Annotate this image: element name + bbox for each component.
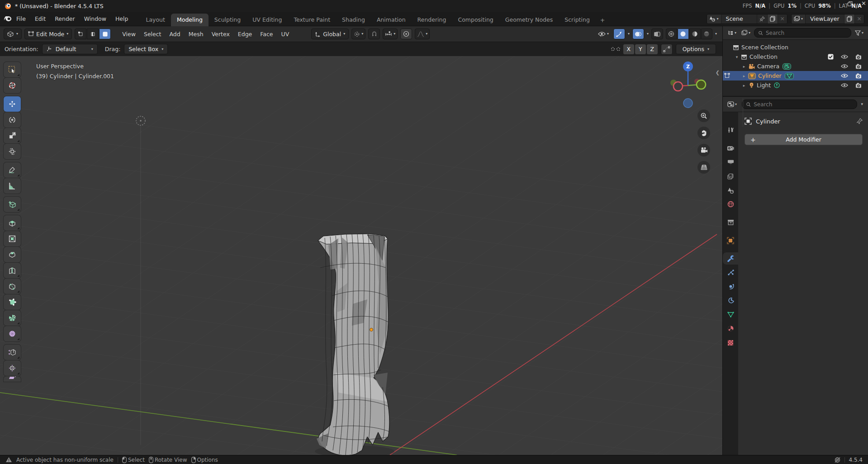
camera-render-camera-icon[interactable] (855, 64, 862, 69)
camera-hide-eye-icon[interactable] (841, 64, 848, 69)
tab-layout[interactable]: Layout (140, 14, 171, 26)
drag-dropdown[interactable]: Select Box ▾ (124, 44, 168, 54)
sidebar-collapse-arrow[interactable]: ❮ (716, 70, 720, 76)
light-object[interactable] (136, 116, 145, 445)
gizmo-x-pos[interactable] (674, 82, 683, 91)
tab-modeling[interactable]: Modeling (171, 14, 209, 26)
loop-cut-tool[interactable] (4, 263, 21, 278)
tab-physics[interactable] (723, 280, 738, 293)
shading-material-button[interactable] (689, 28, 701, 39)
menu-file[interactable]: File (12, 14, 30, 24)
scale-tool[interactable] (4, 128, 21, 143)
outliner-row-camera[interactable]: ▸ Camera (723, 62, 868, 71)
editor-type-button[interactable]: ▾ (4, 28, 22, 39)
tab-compositing[interactable]: Compositing (452, 14, 499, 26)
tab-geometry-nodes[interactable]: Geometry Nodes (499, 14, 559, 26)
cylinder-hide-eye-icon[interactable] (841, 73, 848, 78)
mode-dropdown[interactable]: Edit Mode ▾ (24, 28, 72, 39)
camera-expand-caret[interactable]: ▸ (741, 64, 747, 69)
inset-faces-tool[interactable] (4, 231, 21, 246)
new-scene-icon[interactable] (767, 14, 778, 24)
menu-face[interactable]: Face (256, 29, 277, 39)
zoom-view-button[interactable] (697, 109, 710, 122)
delete-scene-icon[interactable]: ✕ (778, 14, 787, 24)
tab-collection[interactable] (723, 216, 738, 228)
outliner-filter-button[interactable]: ▾ (854, 28, 865, 38)
menu-mesh[interactable]: Mesh (185, 29, 208, 39)
viewlayer-datablock-icon[interactable]: ▾ (792, 14, 806, 24)
outliner-editor-type-button[interactable]: ▾ (726, 28, 738, 38)
tool-options-dropdown[interactable]: Options ▾ (676, 44, 716, 54)
light-expand-caret[interactable]: ▸ (741, 83, 747, 88)
poly-build-tool[interactable] (4, 294, 21, 310)
shading-rendered-button[interactable] (701, 28, 712, 39)
properties-options-chevron[interactable]: ▾ (861, 102, 863, 106)
show-overlays-toggle[interactable] (632, 28, 644, 39)
pin-id-icon[interactable] (856, 118, 863, 124)
knife-tool[interactable] (4, 279, 21, 294)
pin-scene-icon[interactable] (757, 14, 767, 24)
measure-tool[interactable] (4, 178, 21, 194)
tab-texture-paint[interactable]: Texture Paint (288, 14, 336, 26)
menu-help[interactable]: Help (111, 14, 133, 24)
collection-render-camera-icon[interactable] (855, 54, 862, 60)
vertex-select-button[interactable] (75, 28, 86, 39)
outliner-row-scene-collection[interactable]: Scene Collection (723, 43, 868, 52)
light-render-camera-icon[interactable] (855, 83, 862, 88)
tab-uv-editing[interactable]: UV Editing (247, 14, 288, 26)
outliner-search-input[interactable] (766, 30, 847, 36)
tab-texture[interactable] (723, 336, 738, 349)
face-select-button[interactable] (99, 28, 111, 39)
menu-edit[interactable]: Edit (30, 14, 50, 24)
edge-select-button[interactable] (87, 28, 99, 39)
tab-view-layer[interactable] (723, 170, 738, 182)
add-modifier-button[interactable]: + Add Modifier (745, 134, 863, 145)
annotate-tool[interactable] (4, 162, 21, 178)
tab-sculpting[interactable]: Sculpting (209, 14, 247, 26)
tab-animation[interactable]: Animation (371, 14, 412, 26)
rotate-tool[interactable] (4, 112, 21, 128)
gizmo-y-pos[interactable] (697, 80, 706, 89)
cylinder-mesh-data-icon[interactable] (785, 73, 794, 79)
mirror-y-button[interactable]: Y (635, 44, 646, 54)
spin-tool[interactable] (4, 310, 21, 326)
tab-object-data[interactable] (723, 308, 738, 321)
new-viewlayer-icon[interactable] (844, 14, 854, 24)
shading-wireframe-button[interactable] (666, 28, 677, 39)
shrink-fatten-tool[interactable] (4, 360, 21, 376)
extrude-region-tool[interactable] (4, 215, 21, 231)
scene-datablock-icon[interactable]: ▾ (707, 14, 721, 24)
transform-tool[interactable] (4, 144, 21, 159)
shading-solid-button[interactable] (678, 28, 689, 39)
cylinder-mesh[interactable] (317, 234, 389, 455)
bevel-tool[interactable] (4, 247, 21, 262)
menu-render[interactable]: Render (50, 14, 80, 24)
outliner-search[interactable] (754, 28, 851, 38)
mirror-icon[interactable] (611, 46, 620, 53)
cursor-tool[interactable] (4, 78, 21, 93)
proportional-falloff-dropdown[interactable]: ▾ (415, 28, 430, 39)
menu-view[interactable]: View (118, 29, 140, 39)
add-cube-tool[interactable] (4, 197, 21, 212)
collection-hide-eye-icon[interactable] (841, 54, 848, 59)
viewlayer-name[interactable]: ViewLayer (806, 15, 844, 22)
tab-object[interactable] (723, 234, 738, 246)
delete-viewlayer-icon[interactable]: ✕ (854, 14, 864, 24)
tab-particles[interactable] (723, 266, 738, 279)
shear-tool[interactable] (4, 376, 21, 382)
3d-viewport[interactable]: Z User Perspective (39) Cylinder | Cylin… (0, 56, 722, 455)
tab-material[interactable] (723, 322, 738, 335)
tab-scene[interactable] (723, 184, 738, 196)
pan-view-button[interactable] (697, 127, 710, 139)
menu-uv[interactable]: UV (277, 29, 294, 39)
mirror-z-button[interactable]: Z (647, 44, 658, 54)
proportional-editing-toggle[interactable] (400, 28, 412, 39)
mirror-x-button[interactable]: X (623, 44, 634, 54)
pivot-point-dropdown[interactable]: ▾ (351, 28, 365, 39)
smooth-tool[interactable] (4, 326, 21, 341)
select-box-tool[interactable] (4, 62, 21, 77)
gizmo-z-neg[interactable] (683, 99, 693, 108)
cylinder-expand-caret[interactable]: ▸ (741, 74, 747, 78)
camera-view-button[interactable] (697, 144, 710, 156)
menu-edge[interactable]: Edge (234, 29, 256, 39)
